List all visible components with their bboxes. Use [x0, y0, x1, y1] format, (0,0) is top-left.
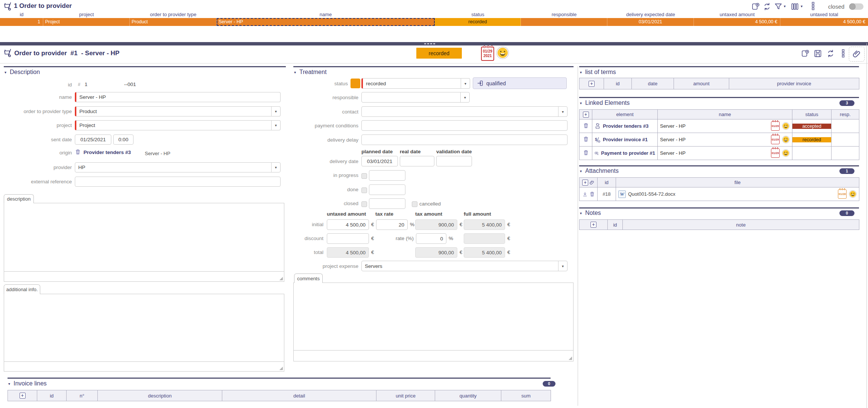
sent-time-input[interactable]: 0:00 [113, 134, 134, 145]
add-linked-cell[interactable]: + [580, 110, 592, 119]
refresh-button[interactable] [826, 49, 835, 59]
origin-link[interactable]: Provider tenders #3 [83, 150, 131, 155]
resize-handle[interactable] [569, 357, 572, 360]
chevron-down-icon[interactable]: ▾ [460, 92, 469, 102]
discount-rate-input[interactable]: 0 [416, 233, 446, 244]
discount-untaxed-input[interactable] [327, 233, 369, 244]
closed-toggle[interactable] [849, 3, 863, 10]
add-row-button[interactable]: + [589, 81, 595, 87]
more-menu-icon[interactable] [842, 49, 845, 59]
chevron-down-icon[interactable]: ▾ [558, 261, 567, 271]
contact-select[interactable]: ▾ [361, 106, 568, 117]
name-input[interactable]: Server - HP [75, 92, 281, 102]
chevron-down-icon[interactable]: ▾ [271, 163, 280, 172]
linked-section-title[interactable]: Linked Elements [585, 100, 630, 106]
save-button[interactable] [813, 49, 822, 59]
project-expense-select[interactable]: Servers▾ [361, 261, 568, 271]
origin-delete-button[interactable] [75, 149, 81, 156]
collapse-caret-icon[interactable]: ▾ [8, 382, 10, 386]
attachments-section-title[interactable]: Attachments [585, 168, 619, 174]
collapse-caret-icon[interactable]: ▾ [580, 211, 582, 215]
additional-info-tab[interactable]: additional info. [4, 284, 40, 294]
column-header-responsible[interactable]: responsible [521, 11, 607, 18]
payment-conditions-input[interactable] [361, 120, 568, 131]
collapse-caret-icon[interactable]: ▾ [580, 70, 582, 74]
element-link[interactable]: Provider tenders #3 [603, 123, 648, 129]
column-header-type[interactable]: order to provider type [130, 11, 217, 18]
delete-cell[interactable] [580, 133, 592, 147]
attach-file-button[interactable] [849, 47, 865, 62]
element-link[interactable]: Provider invoice #1 [603, 137, 648, 142]
sent-date-input[interactable]: 01/25/2021 [75, 134, 111, 145]
description-section-title[interactable]: Description [10, 69, 40, 76]
terms-section-title[interactable]: list of terms [585, 69, 616, 76]
description-input[interactable] [4, 271, 284, 282]
add-row-button[interactable]: + [20, 393, 26, 399]
cancelled-checkbox[interactable] [412, 201, 417, 207]
attachment-row[interactable]: #18 WQuot001-554-72.docx01/28 [580, 187, 859, 201]
delete-cell[interactable] [580, 119, 592, 133]
row-cell-responsible[interactable] [521, 18, 607, 26]
collapse-caret-icon[interactable]: ▾ [580, 101, 582, 105]
row-cell-type[interactable]: Product [130, 18, 217, 26]
splitter-grip[interactable] [424, 43, 435, 44]
resize-handle[interactable] [279, 367, 283, 370]
column-header-project[interactable]: project [43, 11, 130, 18]
refresh-button[interactable] [763, 2, 771, 12]
type-select[interactable]: Product▾ [75, 106, 281, 116]
add-invoice-line-cell[interactable]: + [8, 390, 37, 401]
invoice-lines-section-title[interactable]: Invoice lines [14, 380, 47, 387]
qualified-button[interactable]: qualified [473, 77, 567, 89]
add-attachment-cell[interactable]: + [580, 178, 598, 187]
comments-tab[interactable]: comments [294, 274, 323, 283]
chevron-down-icon[interactable]: ▾ [461, 79, 470, 88]
closed-checkbox[interactable] [361, 201, 367, 207]
add-term-cell[interactable]: + [580, 78, 604, 89]
columns-button[interactable] [791, 2, 799, 12]
add-note-cell[interactable]: + [580, 220, 608, 230]
initial-untaxed-input[interactable]: 4 500,00 [327, 219, 369, 230]
in-progress-checkbox[interactable] [361, 173, 367, 179]
closed-date-input[interactable] [369, 198, 405, 209]
add-row-button[interactable]: + [583, 112, 589, 118]
collapse-caret-icon[interactable]: ▾ [294, 70, 296, 74]
add-row-button[interactable]: + [590, 222, 596, 228]
chevron-down-icon[interactable]: ▾ [558, 107, 567, 116]
add-row-button[interactable]: + [582, 180, 588, 186]
row-cell-delivery[interactable]: 03/01/2021 [607, 18, 694, 26]
row-cell-untaxed-total[interactable]: 4 500,00 € [780, 18, 868, 26]
file-link[interactable]: Quot001-554-72.docx [628, 191, 675, 197]
row-cell-name-selected[interactable]: Server - HP [217, 18, 435, 26]
column-header-status[interactable]: status [435, 11, 521, 18]
filter-caret-icon[interactable]: ▾ [784, 4, 786, 8]
description-textarea[interactable] [4, 203, 284, 272]
comments-textarea[interactable] [293, 283, 574, 351]
column-header-delivery[interactable]: delivery expected date [607, 11, 694, 18]
row-cell-project[interactable]: Project [43, 18, 130, 26]
order-row[interactable]: 1 Project Product Server - HP recorded 0… [0, 18, 868, 26]
row-cell-status[interactable]: recorded [435, 18, 521, 26]
collapse-caret-icon[interactable]: ▾ [5, 70, 6, 74]
project-select[interactable]: Project▾ [75, 120, 281, 130]
trash-icon[interactable] [589, 191, 595, 197]
add-button[interactable] [751, 2, 760, 12]
delivery-real-input[interactable] [400, 156, 434, 166]
done-checkbox[interactable] [361, 187, 367, 193]
external-reference-input[interactable] [75, 177, 281, 187]
row-cell-untaxed-amount[interactable]: 4 500,00 € [694, 18, 780, 26]
notes-section-title[interactable]: Notes [585, 210, 601, 216]
column-header-untaxed-amount[interactable]: untaxed amount [694, 11, 780, 18]
filter-button[interactable] [774, 2, 783, 12]
add-button[interactable] [801, 49, 810, 59]
column-header-untaxed-total[interactable]: untaxed total [780, 11, 868, 18]
chevron-down-icon[interactable]: ▾ [271, 121, 280, 130]
columns-caret-icon[interactable]: ▾ [801, 4, 803, 8]
collapse-caret-icon[interactable]: ▾ [580, 169, 582, 173]
column-header-id[interactable]: id [0, 11, 43, 18]
linked-row[interactable]: Payment to provider #1 Server - HP01/29 [580, 147, 859, 160]
column-header-name[interactable]: name [217, 11, 435, 18]
delivery-planned-input[interactable]: 03/01/2021 [361, 156, 398, 166]
additional-info-textarea[interactable] [4, 294, 284, 362]
in-progress-date-input[interactable] [369, 170, 405, 181]
responsible-select[interactable]: ▾ [361, 92, 470, 103]
